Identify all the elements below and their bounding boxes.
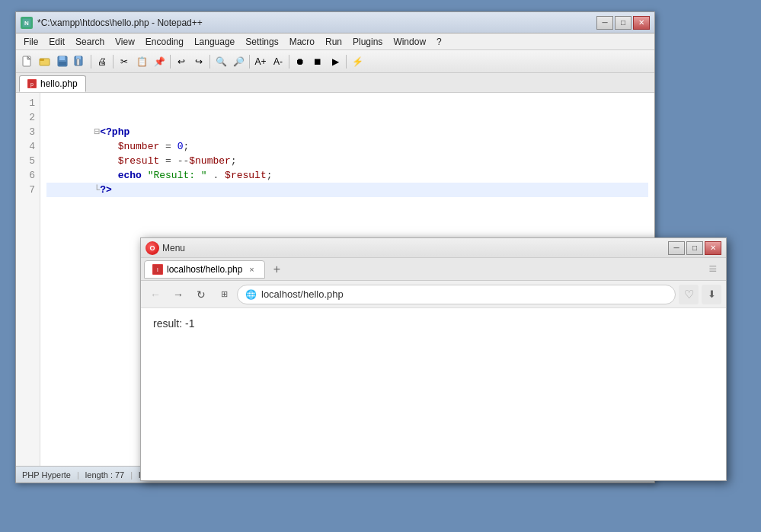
tb-print[interactable]: 🖨	[94, 53, 110, 70]
tb-macro-play[interactable]: ▶	[327, 53, 344, 70]
code-line-1	[46, 96, 648, 110]
menu-help[interactable]: ?	[432, 35, 446, 49]
opera-menu-label[interactable]: Menu	[162, 243, 185, 253]
opera-address-input[interactable]	[261, 288, 667, 300]
tab-file-icon: p	[27, 79, 37, 88]
opera-titlebar: O Menu ─ □ ✕	[141, 238, 726, 258]
opera-back-btn[interactable]: ←	[145, 285, 165, 304]
svg-rect-4	[40, 59, 44, 61]
opera-close-btn[interactable]: ✕	[705, 241, 721, 255]
npp-minimize-btn[interactable]: ─	[596, 16, 613, 30]
status-length: length : 77	[85, 470, 124, 479]
opera-new-tab-btn[interactable]: +	[268, 261, 285, 278]
tb-sep-3	[170, 55, 171, 68]
tb-zoom-in[interactable]: A+	[252, 53, 269, 70]
npp-titlebar: N *C:\xampp\htdocs\hello.php - Notepad++…	[16, 12, 654, 33]
tab-hello-php[interactable]: p hello.php	[19, 75, 86, 92]
svg-rect-10	[77, 59, 79, 65]
tb-sep-1	[91, 55, 91, 68]
svg-rect-6	[59, 56, 65, 60]
npp-title: *C:\xampp\htdocs\hello.php - Notepad++	[37, 18, 596, 28]
tb-sep-6	[289, 55, 289, 68]
opera-forward-btn[interactable]: →	[168, 285, 188, 304]
npp-restore-btn[interactable]: □	[615, 16, 632, 30]
menu-view[interactable]: View	[110, 35, 139, 49]
tb-copy[interactable]: 📋	[133, 53, 150, 70]
menu-settings[interactable]: Settings	[241, 35, 283, 49]
tb-sep-5	[249, 55, 250, 68]
menu-file[interactable]: File	[19, 35, 43, 49]
line-numbers: 1 2 3 4 5 6 7	[16, 93, 40, 466]
opera-window-controls: ─ □ ✕	[668, 241, 721, 255]
tb-sep-7	[346, 55, 347, 68]
code-line-3: $number = 0;	[46, 125, 648, 139]
opera-download-btn[interactable]: ⬇	[702, 285, 721, 304]
npp-tabs: p hello.php	[16, 73, 654, 93]
tb-save[interactable]	[54, 53, 71, 70]
opera-refresh-btn[interactable]: ↻	[191, 285, 211, 304]
svg-text:p: p	[30, 81, 34, 88]
tb-run[interactable]: ⚡	[349, 53, 366, 70]
opera-tab-favicon: l	[152, 264, 163, 275]
tb-find[interactable]: 🔍	[213, 53, 229, 70]
npp-app-icon: N	[21, 17, 33, 29]
opera-address-box: 🌐	[237, 285, 676, 304]
opera-logo-icon: O	[145, 241, 159, 255]
npp-close-btn[interactable]: ✕	[633, 16, 650, 30]
tb-zoom-out[interactable]: A-	[270, 53, 286, 70]
opera-stash-icon[interactable]: ≡	[708, 261, 723, 277]
npp-toolbar: 🖨 ✂ 📋 📌 ↩ ↪ 🔍 🔎 A+ A- ⏺ ⏹ ▶ ⚡	[16, 50, 654, 73]
browser-output: result: -1	[153, 317, 714, 330]
opera-body: result: -1	[141, 308, 726, 480]
tb-new[interactable]	[19, 53, 36, 70]
svg-text:N: N	[24, 20, 29, 27]
menu-language[interactable]: Language	[190, 35, 239, 49]
opera-tab-label: localhost/hello.php	[167, 264, 242, 275]
menu-encoding[interactable]: Encoding	[141, 35, 188, 49]
npp-window-controls: ─ □ ✕	[596, 16, 650, 30]
tb-redo[interactable]: ↪	[190, 53, 207, 70]
tb-undo[interactable]: ↩	[173, 53, 190, 70]
opera-tab-hello[interactable]: l localhost/hello.php ×	[144, 260, 265, 279]
menu-plugins[interactable]: Plugins	[348, 35, 387, 49]
svg-rect-7	[59, 62, 66, 65]
opera-tabbar: l localhost/hello.php × + ≡	[141, 258, 726, 281]
status-lang: PHP Hyperte	[22, 470, 71, 479]
tb-sep-4	[209, 55, 210, 68]
tb-paste[interactable]: 📌	[151, 53, 168, 70]
menu-edit[interactable]: Edit	[44, 35, 69, 49]
tab-label: hello.php	[40, 78, 78, 89]
code-line-7	[46, 183, 648, 197]
menu-search[interactable]: Search	[71, 35, 109, 49]
tb-replace[interactable]: 🔎	[230, 53, 247, 70]
tb-macro-stop[interactable]: ⏹	[309, 53, 326, 70]
tb-open[interactable]	[37, 53, 53, 70]
svg-text:l: l	[157, 266, 158, 273]
opera-heart-btn[interactable]: ♡	[679, 285, 699, 304]
tb-sep-2	[113, 55, 114, 68]
opera-minimize-btn[interactable]: ─	[668, 241, 685, 255]
menu-run[interactable]: Run	[321, 35, 347, 49]
tb-cut[interactable]: ✂	[116, 53, 133, 70]
opera-restore-btn[interactable]: □	[686, 241, 703, 255]
menu-macro[interactable]: Macro	[285, 35, 319, 49]
opera-tab-close-btn[interactable]: ×	[246, 264, 257, 275]
opera-addressbar: ← → ↻ ⊞ 🌐 ♡ ⬇	[141, 281, 726, 308]
opera-content-area: result: -1	[141, 308, 726, 480]
opera-security-icon: 🌐	[245, 289, 257, 300]
npp-menubar: File Edit Search View Encoding Language …	[16, 33, 654, 50]
code-line-2: ⊟<?php	[46, 110, 648, 125]
tb-saveall[interactable]	[72, 53, 88, 70]
opera-speedial-btn[interactable]: ⊞	[214, 285, 234, 304]
menu-window[interactable]: Window	[388, 35, 430, 49]
tb-macro-rec[interactable]: ⏺	[292, 53, 309, 70]
opera-window: O Menu ─ □ ✕ l localhost/hello.php × + ≡…	[140, 237, 727, 481]
